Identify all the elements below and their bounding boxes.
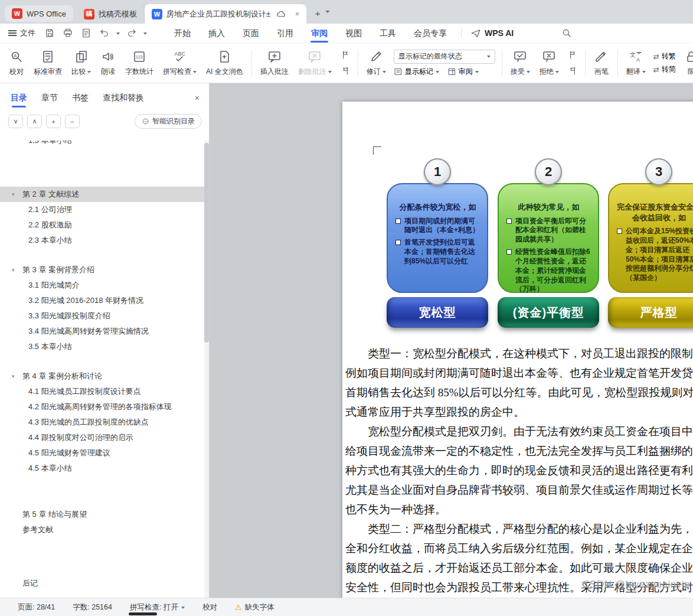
brush-button[interactable]: 画笔 <box>590 45 613 81</box>
expand-icon[interactable]: ▾ <box>12 369 15 384</box>
toc-item[interactable]: 4.5 阳光城财务管理建议 <box>0 445 204 461</box>
tab-insert[interactable]: 插入 <box>200 24 234 43</box>
sidebar-tab-chapter[interactable]: 章节 <box>41 93 58 103</box>
toc-item-references[interactable]: 参考文献 <box>0 522 204 537</box>
word-count-button[interactable]: 123 字数统计 <box>121 45 158 81</box>
ai-polish-button[interactable]: AI 全文润色 <box>202 45 247 81</box>
toc-item[interactable]: 3.3 阳光城跟投制度介绍 <box>0 308 204 324</box>
toc-item[interactable]: 3.1 阳光城简介 <box>0 278 204 293</box>
expand-icon[interactable]: ▾ <box>12 187 15 202</box>
next-revision-icon[interactable] <box>565 64 580 77</box>
toc-item[interactable]: 2.3 本章小结 <box>0 233 204 248</box>
toc-item[interactable]: 4.1 阳光城员工跟投制度设计要点 <box>0 384 204 399</box>
toc-item-chapter-4[interactable]: ▾第 4 章 案例分析和讨论 <box>0 369 204 384</box>
tab-member[interactable]: 会员专享 <box>405 24 456 43</box>
previous-comment-icon[interactable] <box>338 48 352 61</box>
toc-item-chapter-3[interactable]: ▾第 3 章 案例背景介绍 <box>0 262 204 278</box>
wps-ai-button[interactable]: WPS AI <box>470 28 514 38</box>
expand-all-button[interactable]: ∧ <box>27 115 42 128</box>
markup-state-select[interactable]: 显示标记的最终状态 <box>394 50 495 64</box>
restrict-edit-button[interactable]: 限 <box>679 45 693 81</box>
toc-item[interactable]: 1.3 本章小结 <box>0 141 204 148</box>
cloud-sync-icon <box>274 8 287 21</box>
tab-list-caret-icon[interactable] <box>325 11 330 15</box>
new-tab-button[interactable]: + <box>310 5 325 21</box>
close-tab-icon[interactable]: × <box>295 10 299 18</box>
sidebar-scrollbar-thumb[interactable] <box>204 143 209 343</box>
compare-button[interactable]: 比较 <box>67 45 95 81</box>
missing-font-warning[interactable]: ⚠ 缺失字体 <box>235 602 274 612</box>
sidebar-tab-toc[interactable]: 目录 <box>11 93 27 103</box>
main-area: 目录 章节 书签 查找和替换 × ∨ ∧ + − 智能识别目录 1.3 本章小结… <box>0 83 693 598</box>
toc-item[interactable]: 3.4 阳光城高周转财务管理实施情况 <box>0 324 204 339</box>
file-menu-button[interactable]: 文件 <box>8 28 35 38</box>
toc-item[interactable]: 4.4 跟投制度对公司治理的启示 <box>0 430 204 445</box>
next-comment-icon[interactable] <box>338 64 352 77</box>
tab-document[interactable]: W 房地产企业员工跟投机制设计± × <box>145 4 306 24</box>
show-markup-button[interactable]: 显示标记 <box>394 67 439 77</box>
proofread-status[interactable]: 校对 <box>202 602 217 612</box>
banner-loose-type: 宽松型 <box>387 297 488 328</box>
brush-label: 画笔 <box>594 67 609 77</box>
toc-item[interactable]: 4.5 本章小结 <box>0 461 204 476</box>
search-icon[interactable] <box>560 27 573 40</box>
tab-page[interactable]: 页面 <box>234 24 268 43</box>
print-button[interactable] <box>61 27 74 40</box>
sidebar-scrollbar[interactable] <box>204 141 209 598</box>
proofread-button[interactable]: A 校对 <box>5 45 28 81</box>
insert-comment-button[interactable]: 插入批注 <box>256 45 293 81</box>
doc-text-line: 类型二：严格型分配模式，严格型分配的核心是以企业利益为先，优先 <box>345 519 693 539</box>
toc-item[interactable]: 2.1 公司治理 <box>0 202 204 217</box>
smart-toc-button[interactable]: 智能识别目录 <box>135 114 202 129</box>
spell-check-button[interactable]: ABC 拼写检查 <box>159 45 201 81</box>
expand-icon[interactable]: ▾ <box>12 262 15 278</box>
tab-template[interactable]: 稿 找稿壳模板 <box>77 4 145 24</box>
zoom-out-button[interactable]: − <box>65 115 80 128</box>
undo-button[interactable] <box>98 27 111 40</box>
tab-tools[interactable]: 工具 <box>371 24 405 43</box>
tab-start[interactable]: 开始 <box>165 24 200 43</box>
standard-check-button[interactable]: 标准审查 <box>30 45 66 81</box>
toc-item[interactable]: 4.3 阳光城的员工跟投制度的优缺点 <box>0 415 204 430</box>
sidebar-close-icon[interactable]: × <box>195 93 200 103</box>
tab-view[interactable]: 视图 <box>336 24 371 43</box>
sidebar-tab-bookmark[interactable]: 书签 <box>72 93 89 103</box>
reject-button[interactable]: 拒绝 <box>535 45 563 81</box>
toc-item-label: 第 3 章 案例背景介绍 <box>22 265 94 274</box>
toc-item[interactable]: 3.5 本章小结 <box>0 339 204 354</box>
redo-button[interactable] <box>125 27 138 40</box>
toc-item[interactable]: 3.2 阳光城 2016-2018 年财务情况 <box>0 293 204 308</box>
previous-revision-icon[interactable] <box>565 48 580 61</box>
accept-button[interactable]: 接受 <box>506 45 534 81</box>
read-aloud-button[interactable]: 朗读 <box>96 45 120 81</box>
doc-text-line: 种方式也有其强大的生命力，即时的现金反馈和灵活的退出路径更有利于跟 <box>345 461 693 480</box>
tab-wps-home[interactable]: W WPS Office <box>5 5 73 22</box>
tab-reference[interactable]: 引用 <box>268 24 302 43</box>
spell-check-status[interactable]: 拼写检查: 打开 <box>130 602 185 612</box>
track-changes-button[interactable]: 修订 <box>362 45 390 81</box>
hamburger-icon <box>8 30 17 36</box>
redo-caret-icon[interactable] <box>143 32 147 37</box>
undo-caret-icon[interactable] <box>116 32 120 37</box>
to-simplified-button[interactable]: ⇄ 转简 <box>653 64 676 74</box>
toc-item[interactable]: 4.2 阳光城高周转财务管理的各项指标体现 <box>0 399 204 415</box>
toc-item-chapter-2[interactable]: ▾第 2 章 文献综述 <box>0 187 204 202</box>
document-page[interactable]: 1 分配条件较为宽松，如 项目期间或封闭期满可随时退出（本金+利息） 首笔开发贷… <box>342 102 693 598</box>
toc-item-postscript[interactable]: 后记 <box>0 576 204 591</box>
sidebar-tab-find-replace[interactable]: 查找和替换 <box>103 93 144 103</box>
diagram-box-strict: 完全保证股东资金安全机会收益回收，如 公司本金及15%投资收益收回后，返还50%… <box>608 183 693 293</box>
svg-text:A: A <box>14 53 17 58</box>
print-preview-button[interactable] <box>80 27 93 40</box>
review-pane-button[interactable]: 审阅 <box>447 67 479 77</box>
zoom-in-button[interactable]: + <box>46 115 61 128</box>
spell-check-status-caret-icon <box>181 607 185 611</box>
save-button[interactable] <box>43 27 56 40</box>
toc-item[interactable]: 2.2 股权激励 <box>0 217 204 233</box>
tab-document-label: 房地产企业员工跟投机制设计± <box>166 9 270 19</box>
tab-review[interactable]: 审阅 <box>302 24 336 43</box>
collapse-all-button[interactable]: ∨ <box>8 115 23 128</box>
svg-text:123: 123 <box>136 55 143 59</box>
translate-button[interactable]: 文A 翻译 <box>622 45 650 81</box>
toc-item-chapter-5[interactable]: 第 5 章 结论与展望 <box>0 507 204 522</box>
to-traditional-button[interactable]: ⇄ 转繁 <box>653 51 676 61</box>
